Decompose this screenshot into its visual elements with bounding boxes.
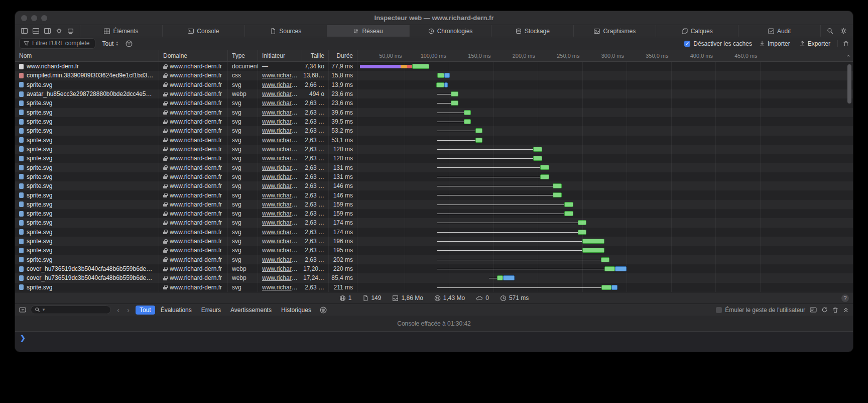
column-header-type[interactable]: Type — [228, 50, 258, 61]
request-initiator[interactable]: www.richard-d… — [258, 273, 302, 282]
tab-sources[interactable]: Sources — [245, 25, 327, 37]
table-row[interactable]: sprite.svgwww.richard-dern.frsvgwww.rich… — [15, 181, 853, 190]
clear-network-trash-icon[interactable] — [843, 41, 849, 47]
tab-console[interactable]: Console — [163, 25, 245, 37]
request-initiator[interactable]: www.richard-d… — [258, 255, 302, 264]
column-header-initiator[interactable]: Initiateur — [258, 50, 302, 61]
request-initiator[interactable]: www.richard-d… — [258, 246, 302, 255]
request-initiator[interactable]: www.richard-d… — [258, 136, 302, 145]
clear-console-trash-icon[interactable] — [832, 307, 838, 313]
table-row[interactable]: sprite.svgwww.richard-dern.frsvgwww.rich… — [15, 228, 853, 237]
table-row[interactable]: sprite.svgwww.richard-dern.frsvgwww.rich… — [15, 126, 853, 135]
request-initiator[interactable]: www.richard-d… — [258, 80, 302, 89]
search-icon[interactable] — [827, 28, 833, 34]
column-header-domain[interactable]: Domaine — [159, 50, 228, 61]
console-prompt-row[interactable]: ❯ — [15, 332, 853, 344]
request-initiator[interactable]: www.richard-d… — [258, 218, 302, 227]
emulate-user-gesture-checkbox[interactable]: Émuler le geste de l'utilisateur — [716, 307, 805, 314]
request-initiator[interactable]: www.richard-d… — [258, 237, 302, 246]
table-row[interactable]: sprite.svgwww.richard-dern.frsvgwww.rich… — [15, 172, 853, 181]
console-filter-icon[interactable] — [320, 307, 327, 314]
table-row[interactable]: sprite.svgwww.richard-dern.frsvgwww.rich… — [15, 108, 853, 117]
table-row[interactable]: avatar_hu85ecc3e298728880b0bde2dcc4e5c23… — [15, 89, 853, 98]
collapse-console-icon[interactable] — [843, 307, 849, 313]
table-row[interactable]: sprite.svgwww.richard-dern.frsvgwww.rich… — [15, 209, 853, 218]
element-picker-icon[interactable] — [56, 28, 62, 34]
request-initiator[interactable]: www.richard-d… — [258, 108, 302, 117]
request-initiator[interactable]: www.richard-d… — [258, 89, 302, 98]
tab-storage[interactable]: Stockage — [491, 25, 574, 37]
table-row[interactable]: cover_hu736519dc3b5040cfa48b6b559b6de6ec… — [15, 264, 853, 273]
table-row[interactable]: sprite.svgwww.richard-dern.frsvgwww.rich… — [15, 80, 853, 89]
request-initiator[interactable]: www.richard-d… — [258, 181, 302, 190]
request-initiator[interactable]: www.richard-d… — [258, 209, 302, 218]
column-header-duration[interactable]: Durée — [329, 50, 357, 61]
console-back-button[interactable]: ‹ — [115, 306, 121, 314]
request-initiator[interactable]: www.richard-d… — [258, 154, 302, 163]
table-row[interactable]: sprite.svgwww.richard-dern.frsvgwww.rich… — [15, 117, 853, 126]
tab-layers[interactable]: Calques — [656, 25, 738, 37]
resource-type-select[interactable]: Tout ▲▼ — [100, 39, 121, 48]
request-initiator[interactable]: www.richard-d… — [258, 228, 302, 237]
tab-elements[interactable]: Éléments — [80, 25, 163, 37]
tab-audit[interactable]: Audit — [738, 25, 821, 37]
tab-timelines[interactable]: Chronologies — [410, 25, 492, 37]
gear-icon[interactable] — [840, 28, 847, 34]
help-button[interactable]: ? — [841, 294, 849, 302]
console-search-input[interactable]: ▼ — [31, 306, 111, 314]
table-row[interactable]: sprite.svgwww.richard-dern.frsvgwww.rich… — [15, 163, 853, 172]
request-initiator[interactable]: www.richard-d… — [258, 172, 302, 181]
zoom-window-button[interactable] — [41, 15, 47, 21]
export-button[interactable]: Exporter — [797, 40, 832, 47]
console-scope-icon[interactable] — [19, 307, 26, 313]
table-row[interactable]: sprite.svgwww.richard-dern.frsvgwww.rich… — [15, 218, 853, 227]
table-row[interactable]: sprite.svgwww.richard-dern.frsvgwww.rich… — [15, 154, 853, 163]
filter-options-icon[interactable] — [126, 40, 133, 47]
console-tab-erreurs[interactable]: Erreurs — [197, 306, 225, 315]
request-initiator[interactable]: www.richard-d… — [258, 126, 302, 135]
minimize-window-button[interactable] — [31, 15, 37, 21]
toggle-right-sidebar-icon[interactable] — [44, 28, 51, 34]
close-window-button[interactable] — [21, 15, 27, 21]
console-forward-button[interactable]: › — [126, 306, 131, 314]
table-row[interactable]: sprite.svgwww.richard-dern.frsvgwww.rich… — [15, 98, 853, 108]
device-preview-icon[interactable] — [67, 28, 74, 34]
table-row[interactable]: sprite.svgwww.richard-dern.frsvgwww.rich… — [15, 136, 853, 145]
request-initiator[interactable]: www.richard-d… — [258, 71, 302, 80]
toggle-left-sidebar-icon[interactable] — [21, 28, 28, 34]
table-row[interactable]: www.richard-dern.frwww.richard-dern.frdo… — [15, 62, 853, 71]
request-initiator[interactable]: www.richard-d… — [258, 117, 302, 126]
request-initiator[interactable]: www.richard-d… — [258, 264, 302, 273]
request-initiator[interactable]: www.richard-d… — [258, 163, 302, 172]
url-filter-input[interactable]: Filtrer l'URL complète — [19, 38, 95, 49]
scroll-top-chevron-icon[interactable] — [846, 53, 851, 58]
table-row[interactable]: sprite.svgwww.richard-dern.frsvgwww.rich… — [15, 237, 853, 246]
disable-caches-checkbox[interactable]: Désactiver les caches — [684, 40, 752, 47]
table-row[interactable]: sprite.svgwww.richard-dern.frsvgwww.rich… — [15, 200, 853, 209]
request-initiator[interactable]: www.richard-d… — [258, 283, 302, 292]
column-header-name[interactable]: Nom — [15, 50, 159, 61]
table-row[interactable]: sprite.svgwww.richard-dern.frsvgwww.rich… — [15, 145, 853, 154]
console-tab-évaluations[interactable]: Évaluations — [157, 306, 196, 315]
table-row[interactable]: sprite.svgwww.richard-dern.frsvgwww.rich… — [15, 190, 853, 199]
console-tab-tout[interactable]: Tout — [136, 306, 155, 315]
import-button[interactable]: Importer — [757, 40, 792, 47]
console-tab-avertissements[interactable]: Avertissements — [226, 306, 276, 315]
request-initiator[interactable]: www.richard-d… — [258, 190, 302, 199]
console-evaluate-icon[interactable] — [810, 307, 817, 313]
request-initiator[interactable]: www.richard-d… — [258, 145, 302, 154]
column-header-size[interactable]: Taille — [302, 50, 329, 61]
console-tab-historiques[interactable]: Historiques — [277, 306, 315, 315]
table-row[interactable]: compiled.min.38390909f303624ed9e1cf1bd3f… — [15, 71, 853, 80]
table-row[interactable]: cover_hu736519dc3b5040cfa48b6b559b6de6ec… — [15, 273, 853, 282]
table-row[interactable]: sprite.svgwww.richard-dern.frsvgwww.rich… — [15, 246, 853, 255]
toggle-bottom-panel-icon[interactable] — [33, 28, 39, 34]
clear-on-reload-icon[interactable] — [821, 307, 828, 313]
table-row[interactable]: sprite.svgwww.richard-dern.frsvgwww.rich… — [15, 283, 853, 292]
vertical-scrollbar[interactable] — [847, 64, 851, 104]
tab-network[interactable]: Réseau — [327, 25, 410, 37]
tab-graphics[interactable]: Graphismes — [574, 25, 656, 37]
request-initiator[interactable]: www.richard-d… — [258, 98, 302, 108]
table-row[interactable]: sprite.svgwww.richard-dern.frsvgwww.rich… — [15, 255, 853, 264]
request-initiator[interactable]: www.richard-d… — [258, 200, 302, 209]
